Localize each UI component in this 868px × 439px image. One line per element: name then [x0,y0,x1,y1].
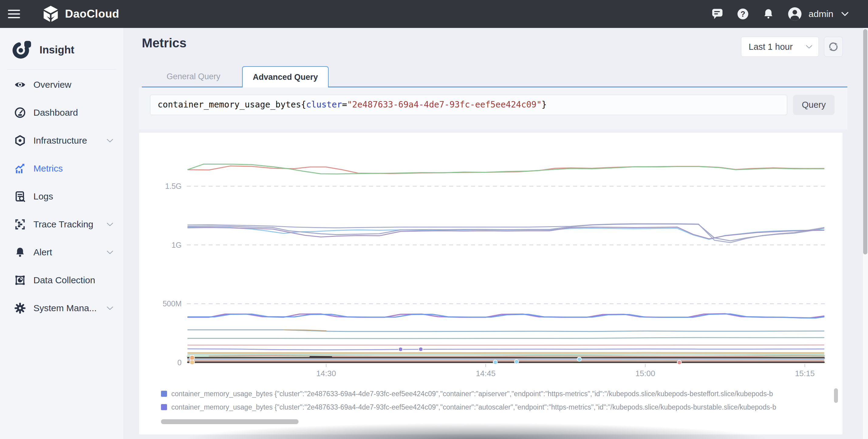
infrastructure-icon [14,135,26,146]
time-range-select[interactable]: Last 1 hour [741,37,819,57]
chevron-down-icon [806,45,812,49]
metrics-chart-card: 1.5G1G500M014:3014:4515:0015:15 containe… [139,133,842,434]
dashboard-gauge-icon [14,107,26,118]
sidebar-item-label: Metrics [33,163,63,174]
chevron-down-icon[interactable] [106,139,113,143]
query-close-brace: } [541,100,547,109]
svg-text:15:00: 15:00 [636,369,655,378]
svg-text:?: ? [740,10,745,18]
hamburger-menu-icon[interactable] [8,9,20,19]
query-panel: container_memory_usage_bytes{cluster="2e… [139,88,847,129]
query-operator: = [342,100,347,109]
alert-bell-icon [14,247,26,258]
sidebar-item-label: Logs [33,191,53,201]
metrics-chart-icon [14,163,26,174]
legend-vertical-scrollbar-thumb[interactable] [834,388,838,403]
query-button[interactable]: Query [793,95,835,115]
sidebar-item-trace-tracking[interactable]: Trace Tracking [0,210,124,238]
sidebar-menu: Overview Dashboard Infrastructure [0,71,124,322]
sidebar-item-logs[interactable]: Logs [0,183,124,210]
sidebar-item-label: Dashboard [33,107,78,118]
daocloud-logo-icon [41,5,60,23]
svg-text:1.5G: 1.5G [165,182,182,190]
sidebar-item-infrastructure[interactable]: Infrastructure [0,127,124,155]
sidebar-item-label: Infrastructure [33,135,87,146]
brand-title: DaoCloud [65,8,119,20]
sidebar-item-label: System Mana... [33,303,97,313]
sidebar-item-label: Trace Tracking [33,219,93,229]
refresh-button[interactable] [824,37,843,57]
trace-icon [14,219,26,230]
legend-label: container_memory_usage_bytes {"cluster":… [171,390,773,398]
help-icon[interactable]: ? [737,8,749,20]
avatar[interactable] [788,7,802,21]
query-label-key: cluster [306,100,342,109]
sidebar-item-label: Overview [33,80,71,90]
chevron-down-icon[interactable] [106,306,113,310]
sidebar-item-dashboard[interactable]: Dashboard [0,99,124,127]
sidebar-item-system-management[interactable]: System Mana... [0,294,124,322]
svg-text:14:30: 14:30 [316,369,336,378]
legend-label: container_memory_usage_bytes {"cluster":… [171,403,776,411]
insight-logo-icon [12,40,32,60]
topbar-actions: ? admin [698,7,848,21]
logs-icon [14,191,26,202]
page-scrollbar-thumb[interactable] [863,29,867,254]
legend-horizontal-scrollbar-thumb[interactable] [161,419,299,424]
tab-general-query[interactable]: General Query [154,66,233,87]
refresh-icon [828,41,839,53]
svg-text:0: 0 [177,358,182,367]
chevron-down-icon[interactable] [106,223,113,226]
chevron-down-icon[interactable] [841,12,848,16]
svg-text:14:45: 14:45 [476,369,496,378]
chevron-down-icon[interactable] [106,250,113,254]
query-metric: container_memory_usage_bytes{ [158,100,306,109]
legend-item[interactable]: container_memory_usage_bytes {"cluster":… [161,387,835,401]
sidebar-item-label: Data Collection [33,275,95,285]
product-name: Insight [39,44,74,56]
sidebar-item-alert[interactable]: Alert [0,238,124,266]
settings-gear-icon [14,303,26,314]
data-collection-icon [14,275,26,286]
svg-text:500M: 500M [162,299,182,308]
sidebar-item-metrics[interactable]: Metrics [0,155,124,183]
legend-swatch [161,404,167,410]
chart-legend: container_memory_usage_bytes {"cluster":… [161,387,835,415]
username[interactable]: admin [808,9,833,19]
bell-icon[interactable] [762,8,774,20]
message-icon[interactable] [711,8,723,20]
page-title: Metrics [142,36,186,51]
time-range-value: Last 1 hour [749,42,806,52]
product-header: Insight [0,28,124,60]
eye-icon [14,79,26,91]
page-scrollbar-track[interactable] [863,28,868,439]
svg-text:1G: 1G [172,241,182,249]
sidebar-item-data-collection[interactable]: Data Collection [0,266,124,294]
sidebar-item-overview[interactable]: Overview [0,71,124,99]
query-input[interactable]: container_memory_usage_bytes{cluster="2e… [150,95,787,115]
svg-text:15:15: 15:15 [795,369,814,378]
tab-advanced-query[interactable]: Advanced Query [242,66,329,88]
legend-swatch [161,391,167,397]
sidebar-divider [7,69,116,69]
topbar: DaoCloud ? [0,0,868,28]
metrics-chart[interactable]: 1.5G1G500M014:3014:4515:0015:15 [139,133,842,379]
sidebar: Insight Overview Dashboard [0,28,124,439]
query-label-value: "2e487633-69a4-4de7-93fc-eef5ee424c09" [347,100,542,109]
sidebar-item-label: Alert [33,247,52,257]
legend-item[interactable]: container_memory_usage_bytes {"cluster":… [161,401,835,414]
